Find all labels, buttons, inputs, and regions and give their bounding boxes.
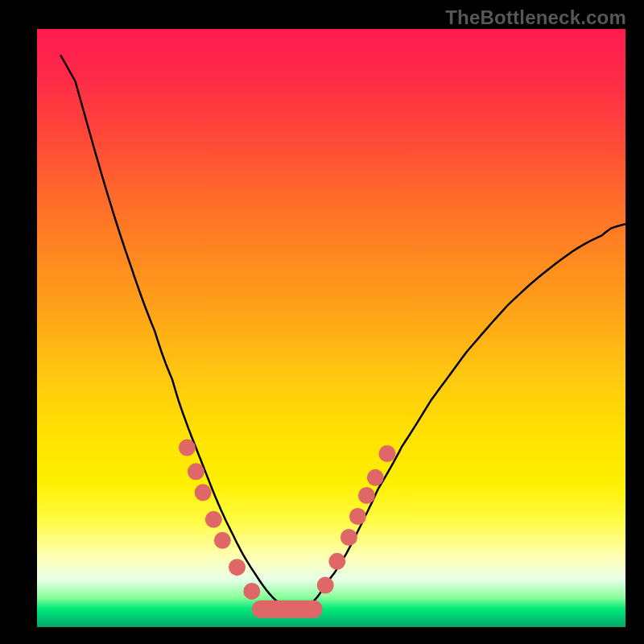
curve-group [60,56,625,609]
marker-left-2 [195,484,212,501]
watermark-text: TheBottleneck.com [445,6,626,29]
marker-group [179,440,396,609]
chart-container: TheBottleneck.com [0,0,644,644]
marker-right-2 [341,529,357,546]
bottleneck-curve [60,56,625,609]
marker-left-0 [179,440,196,456]
marker-right-4 [358,487,375,504]
marker-left-3 [205,511,222,528]
marker-left-6 [243,583,260,600]
marker-right-6 [378,445,395,462]
marker-right-1 [328,553,345,570]
marker-left-1 [188,463,204,480]
marker-right-0 [317,577,334,594]
marker-left-5 [229,559,246,576]
marker-right-3 [349,508,366,525]
marker-left-4 [214,532,231,549]
marker-right-5 [367,469,384,486]
curve-svg [37,29,625,627]
